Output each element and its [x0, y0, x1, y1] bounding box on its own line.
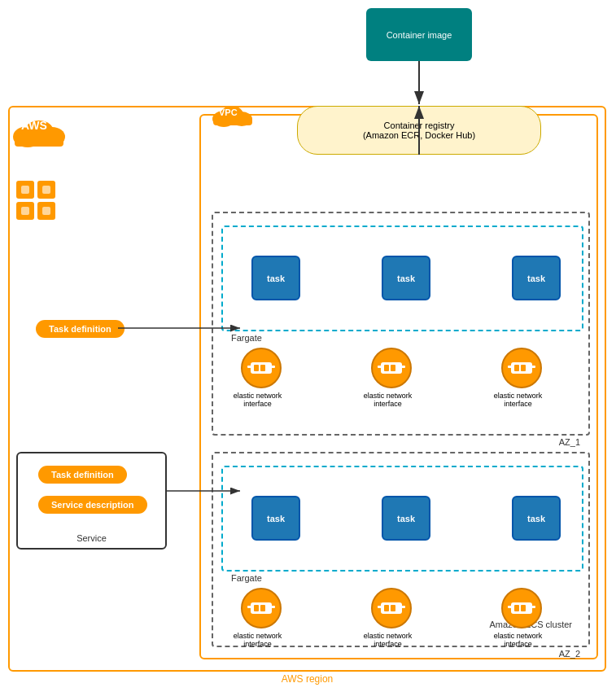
service-desc-label: Service description — [51, 500, 134, 510]
svg-rect-18 — [254, 365, 259, 371]
eni-az2-3-label: elastic networkinterface — [491, 632, 544, 648]
svg-rect-15 — [213, 117, 252, 125]
svg-rect-45 — [401, 606, 405, 608]
svg-rect-38 — [247, 606, 251, 608]
az2-box: AZ_2 Amazon ECS cluster Fargate task tas… — [212, 452, 590, 647]
eni-az1-3-label: elastic networkinterface — [491, 392, 544, 408]
az1-box: AZ_1 Fargate task task task — [212, 212, 590, 436]
fargate2-label: Fargate — [231, 573, 262, 583]
eni-az2-1-label: elastic networkinterface — [231, 632, 284, 648]
container-registry-label: Container registry(Amazon ECR, Docker Hu… — [363, 120, 475, 140]
vpc-label: VPC — [209, 104, 274, 129]
az1-label: AZ_1 — [559, 437, 580, 447]
diagram-container: Container image AWS region AWS — [0, 0, 616, 692]
task-box-az2-1: task — [251, 496, 300, 541]
vpc-text: VPC — [219, 107, 238, 117]
svg-rect-44 — [378, 606, 382, 608]
svg-rect-3 — [15, 135, 63, 147]
svg-rect-11 — [42, 207, 50, 215]
svg-rect-30 — [514, 365, 519, 371]
aws-cloud: AWS — [10, 112, 68, 151]
ecs-icon — [15, 179, 57, 223]
aws-region-label: AWS region — [282, 673, 334, 685]
svg-rect-27 — [401, 366, 405, 368]
svg-rect-25 — [391, 365, 395, 371]
eni-az2-2-label: elastic networkinterface — [361, 632, 414, 648]
svg-rect-33 — [531, 366, 535, 368]
svg-rect-39 — [271, 606, 275, 608]
eni-az1-2: elastic networkinterface — [368, 348, 414, 408]
task-box-az2-3: task — [512, 496, 561, 541]
eni-az1-1: elastic networkinterface — [238, 348, 284, 408]
task-box-az1-2: task — [382, 256, 430, 300]
service-desc-button[interactable]: Service description — [38, 496, 147, 514]
task-def-label: Task definition — [49, 324, 111, 334]
service-box: Task definition Service description Serv… — [16, 452, 167, 550]
eni-az2-1: elastic networkinterface — [238, 588, 284, 648]
task-box-az1-1: task — [251, 256, 300, 300]
svg-rect-48 — [514, 605, 519, 611]
fargate1-label: Fargate — [231, 333, 262, 343]
svg-rect-43 — [391, 605, 395, 611]
service-task-def-button[interactable]: Task definition — [38, 466, 127, 484]
container-image-label: Container image — [387, 30, 452, 40]
svg-rect-10 — [21, 207, 29, 215]
svg-rect-51 — [531, 606, 535, 608]
eni-az1-2-label: elastic networkinterface — [361, 392, 414, 408]
fargate2-box: Fargate task task task — [221, 466, 583, 572]
fargate1-box: Fargate task task task — [221, 226, 583, 331]
task-definition-button[interactable]: Task definition — [36, 320, 125, 338]
svg-rect-31 — [521, 365, 526, 371]
eni-az1-1-label: elastic networkinterface — [231, 392, 284, 408]
svg-rect-19 — [260, 365, 265, 371]
aws-text: AWS — [21, 119, 47, 132]
svg-rect-49 — [521, 605, 526, 611]
svg-rect-32 — [508, 366, 512, 368]
svg-rect-50 — [508, 606, 512, 608]
container-image-box: Container image — [366, 8, 472, 61]
svg-rect-24 — [384, 365, 389, 371]
eni-az2-2: elastic networkinterface — [368, 588, 414, 648]
az2-label: AZ_2 — [559, 649, 580, 659]
container-registry-box: Container registry(Amazon ECR, Docker Hu… — [297, 106, 541, 155]
eni-az2-3: elastic networkinterface — [498, 588, 544, 648]
task-box-az2-2: task — [382, 496, 430, 541]
svg-rect-21 — [271, 366, 275, 368]
svg-rect-36 — [254, 605, 259, 611]
svg-rect-9 — [42, 186, 50, 194]
svg-rect-26 — [378, 366, 382, 368]
svg-rect-8 — [21, 186, 29, 194]
service-label: Service — [76, 533, 107, 543]
svg-rect-20 — [247, 366, 251, 368]
svg-rect-42 — [384, 605, 389, 611]
task-box-az1-3: task — [512, 256, 561, 300]
service-task-def-label: Task definition — [51, 470, 114, 480]
svg-rect-37 — [260, 605, 265, 611]
eni-az1-3: elastic networkinterface — [498, 348, 544, 408]
